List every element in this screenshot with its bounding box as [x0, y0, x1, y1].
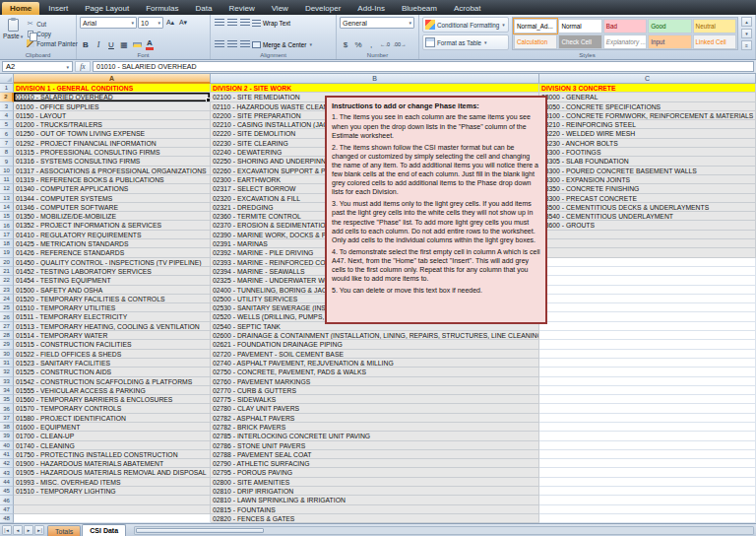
cell-style-normal[interactable]: Normal [558, 19, 601, 34]
cell-A33[interactable]: 01542 - CONSTRUCTION SCAFFOLDING & PLATF… [14, 377, 211, 386]
cell-A26[interactable]: 01511 - TEMPORARY ELECTRICITY [14, 312, 211, 321]
cell-C28[interactable] [539, 331, 756, 340]
cell-A24[interactable]: 01520 - TEMPORARY FACILITIES & CONTROLS [14, 295, 211, 303]
row-header-36[interactable]: 36 [0, 404, 14, 413]
tab-acrobat[interactable]: Acrobat [446, 2, 489, 15]
cell-style-input[interactable]: Input [648, 34, 691, 49]
cell-C5[interactable]: 03210 - REINFORCING STEEL [539, 120, 756, 129]
align-left-button[interactable] [214, 38, 225, 50]
cell-C10[interactable]: 03300 - POURED CONCRETE BASEMENT WALLS [539, 167, 756, 175]
row-header-7[interactable]: 7 [0, 139, 14, 148]
cell-A16[interactable]: 01352 - PROJECT INFORMATION & SERVICES [14, 221, 211, 230]
cell-A14[interactable]: 01346 - COMPUTER SOFTWARE [14, 203, 211, 212]
insert-function-button[interactable]: fx [75, 61, 91, 72]
cell-style-explanatory[interactable]: Explanatory ... [603, 34, 647, 49]
cell-B44[interactable]: 02800 - SITE AMENITIES [211, 478, 539, 487]
cell-A2[interactable]: 01010 - SALARIED OVERHEAD [14, 93, 211, 101]
row-header-27[interactable]: 27 [0, 322, 14, 331]
cell-B31[interactable]: 02740 - ASPHALT PAVEMENT, REJUVENATION &… [211, 359, 539, 368]
cell-B40[interactable]: 02786 - STONE UNIT PAVERS [211, 441, 539, 450]
cell-C41[interactable] [539, 450, 756, 459]
column-header-C[interactable]: C [539, 74, 756, 84]
cell-style-calculation[interactable]: Calculation [514, 34, 557, 49]
tab-home[interactable]: Home [2, 2, 39, 15]
cell-C24[interactable] [539, 295, 756, 303]
row-header-14[interactable]: 14 [0, 203, 14, 212]
row-header-37[interactable]: 37 [0, 414, 14, 423]
align-bottom-button[interactable] [239, 17, 251, 29]
row-header-16[interactable]: 16 [0, 221, 14, 230]
cell-C7[interactable]: 03230 - ANCHOR BOLTS [539, 139, 756, 148]
percent-style-button[interactable]: % [352, 38, 364, 50]
cell-A8[interactable]: 01315 - PROFESSIONAL CONSULTING FIRMS [14, 148, 211, 157]
row-header-19[interactable]: 19 [0, 248, 14, 257]
underline-button[interactable]: U [105, 38, 117, 50]
tab-developer[interactable]: Developer [297, 2, 348, 15]
align-right-button[interactable] [239, 38, 251, 50]
row-header-10[interactable]: 10 [0, 167, 14, 175]
row-header-42[interactable]: 42 [0, 459, 14, 468]
cell-A37[interactable]: 01580 - PROJECT IDENTIFICATION [14, 414, 211, 423]
cell-B33[interactable]: 02760 - PAVEMENT MARKINGS [211, 377, 539, 386]
formula-input[interactable]: 01010 - SALARIED OVERHEAD [93, 61, 754, 72]
cell-A9[interactable]: 01316 - SYSTEMS CONSULTING FIRMS [14, 157, 211, 166]
cell-C22[interactable] [539, 276, 756, 285]
accounting-format-button[interactable]: $ [340, 38, 351, 50]
cell-B30[interactable]: 02720 - PAVEMENT - SOIL CEMENT BASE [211, 350, 539, 359]
select-all-corner[interactable] [0, 74, 14, 84]
row-header-3[interactable]: 3 [0, 102, 14, 111]
cell-C6[interactable]: 03220 - WELDED WIRE MESH [539, 129, 756, 138]
cell-A15[interactable]: 01350 - MOBILIZE/DE-MOBILIZE [14, 212, 211, 221]
tab-data[interactable]: Data [188, 2, 220, 15]
cell-A23[interactable]: 01500 - SAFETY AND OSHA [14, 286, 211, 295]
cell-style-linked-cell[interactable]: Linked Cell [693, 34, 736, 49]
cell-A6[interactable]: 01250 - OUT OF TOWN LIVING EXPENSE [14, 129, 211, 138]
row-header-46[interactable]: 46 [0, 496, 14, 504]
cell-C36[interactable] [539, 404, 756, 413]
sheet-tab-csi-data[interactable]: CSI Data [82, 524, 126, 536]
align-top-button[interactable] [214, 17, 225, 29]
row-header-25[interactable]: 25 [0, 303, 14, 312]
bold-button[interactable]: B [80, 38, 92, 50]
cell-C12[interactable]: 03350 - CONCRETE FINISHING [539, 184, 756, 193]
row-header-45[interactable]: 45 [0, 487, 14, 496]
cell-C4[interactable]: 03100 - CONCRETE FORMWORK, REINFORCEMENT… [539, 111, 756, 120]
cell-C18[interactable] [539, 239, 756, 248]
fill-color-button[interactable] [131, 38, 143, 50]
cell-A20[interactable]: 01450 - QUALITY CONTROL - INSPECTIONS (T… [14, 258, 211, 267]
row-header-9[interactable]: 9 [0, 157, 14, 166]
row-header-11[interactable]: 11 [0, 175, 14, 184]
cell-A31[interactable]: 01523 - SANITARY FACILITIES [14, 359, 211, 368]
tab-page-layout[interactable]: Page Layout [77, 2, 137, 15]
cell-C13[interactable]: 03300 - PRECAST CONCRETE [539, 194, 756, 203]
cell-C16[interactable]: 03600 - GROUTS [539, 221, 756, 230]
row-header-32[interactable]: 32 [0, 368, 14, 376]
tab-insert[interactable]: Insert [40, 2, 76, 15]
sheet-nav-prev-button[interactable]: ◄ [13, 525, 23, 535]
cell-style-normal-ad[interactable]: Normal_Ad... [514, 19, 557, 34]
cell-C42[interactable] [539, 459, 756, 468]
cell-A27[interactable]: 01513 - TEMPORARY HEATING, COOLING & VEN… [14, 322, 211, 331]
cell-A35[interactable]: 01560 - TEMPORARY BARRIERS & ENCLOSURES [14, 395, 211, 404]
row-header-4[interactable]: 4 [0, 111, 14, 120]
cell-A43[interactable]: 01905 - HAZARDOUS MATERIALS REMOVAL AND … [14, 468, 211, 477]
conditional-formatting-button[interactable]: Conditional Formatting▾ [422, 17, 509, 33]
cut-button[interactable]: ✂Cut [26, 19, 78, 29]
sheet-tab-totals[interactable]: Totals [47, 525, 81, 536]
cell-A38[interactable]: 01600 - EQUIPMENT [14, 423, 211, 432]
cell-A17[interactable]: 01410 - REGULATORY REQUIREMENTS [14, 231, 211, 239]
row-header-15[interactable]: 15 [0, 212, 14, 221]
increase-decimal-button[interactable]: ←.0 [378, 38, 392, 50]
row-header-47[interactable]: 47 [0, 505, 14, 514]
cell-A4[interactable]: 01150 - LAYOUT [14, 111, 211, 120]
cell-B38[interactable]: 02782 - BRICK PAVERS [211, 423, 539, 432]
cell-C33[interactable] [539, 377, 756, 386]
row-header-20[interactable]: 20 [0, 258, 14, 267]
name-box[interactable]: A2▾ [2, 61, 73, 72]
cell-C26[interactable] [539, 312, 756, 321]
row-header-2[interactable]: 2 [0, 93, 14, 101]
decrease-decimal-button[interactable]: .00→ [393, 38, 407, 50]
cell-B36[interactable]: 02780 - CLAY UNIT PAVERS [211, 404, 539, 413]
cell-A41[interactable]: 01750 - PROTECTING INSTALLED CONSTRUCTIO… [14, 450, 211, 459]
cell-style-good[interactable]: Good [648, 19, 691, 34]
